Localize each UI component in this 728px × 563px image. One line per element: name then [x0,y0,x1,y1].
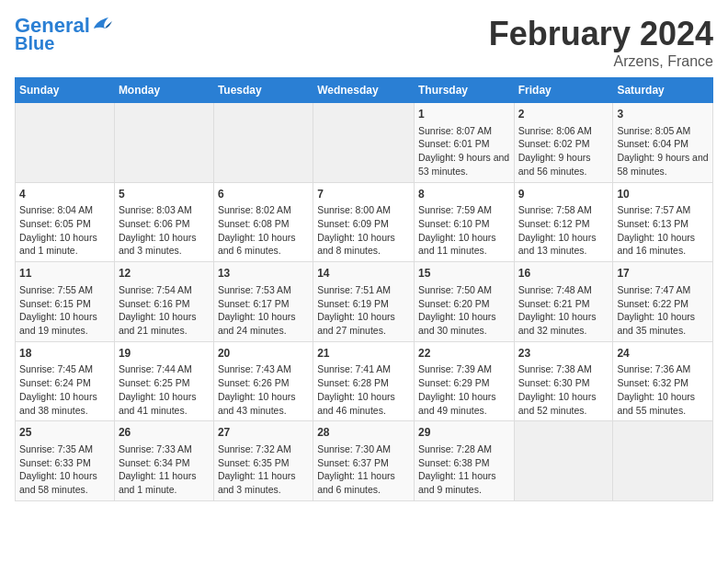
calendar-cell [514,421,613,501]
day-number: 29 [418,425,510,441]
day-number: 18 [19,346,110,362]
header-saturday: Saturday [613,78,713,103]
calendar-cell: 25Sunrise: 7:35 AM Sunset: 6:33 PM Dayli… [16,421,115,501]
day-number: 6 [218,187,309,202]
calendar-table: SundayMondayTuesdayWednesdayThursdayFrid… [15,77,713,501]
day-number: 11 [19,266,110,282]
day-number: 5 [119,187,210,202]
calendar-cell [114,103,213,183]
day-number: 14 [317,266,410,282]
calendar-cell: 9Sunrise: 7:58 AM Sunset: 6:12 PM Daylig… [514,182,613,262]
day-number: 20 [218,346,309,362]
calendar-cell: 16Sunrise: 7:48 AM Sunset: 6:21 PM Dayli… [514,262,613,342]
cell-content: Sunrise: 7:48 AM Sunset: 6:21 PM Dayligh… [518,283,609,338]
calendar-cell: 12Sunrise: 7:54 AM Sunset: 6:16 PM Dayli… [114,262,213,342]
week-row-1: 1Sunrise: 8:07 AM Sunset: 6:01 PM Daylig… [16,103,713,183]
cell-content: Sunrise: 7:36 AM Sunset: 6:32 PM Dayligh… [617,362,709,417]
calendar-cell: 18Sunrise: 7:45 AM Sunset: 6:24 PM Dayli… [16,341,115,421]
cell-content: Sunrise: 7:58 AM Sunset: 6:12 PM Dayligh… [518,203,609,258]
calendar-cell: 6Sunrise: 8:02 AM Sunset: 6:08 PM Daylig… [213,182,313,262]
calendar-cell: 3Sunrise: 8:05 AM Sunset: 6:04 PM Daylig… [613,103,713,183]
header-sunday: Sunday [16,78,115,103]
day-number: 8 [418,187,510,202]
cell-content: Sunrise: 7:53 AM Sunset: 6:17 PM Dayligh… [218,283,309,338]
cell-content: Sunrise: 7:35 AM Sunset: 6:33 PM Dayligh… [19,442,110,497]
calendar-cell: 7Sunrise: 8:00 AM Sunset: 6:09 PM Daylig… [313,182,415,262]
calendar-cell: 5Sunrise: 8:03 AM Sunset: 6:06 PM Daylig… [114,182,213,262]
cell-content: Sunrise: 8:05 AM Sunset: 6:04 PM Dayligh… [617,124,709,178]
calendar-cell: 4Sunrise: 8:04 AM Sunset: 6:05 PM Daylig… [16,182,115,262]
logo: General Blue [15,15,112,53]
calendar-cell: 22Sunrise: 7:39 AM Sunset: 6:29 PM Dayli… [414,341,514,421]
cell-content: Sunrise: 8:00 AM Sunset: 6:09 PM Dayligh… [317,203,410,258]
cell-content: Sunrise: 7:59 AM Sunset: 6:10 PM Dayligh… [418,203,510,258]
calendar-cell: 20Sunrise: 7:43 AM Sunset: 6:26 PM Dayli… [213,341,313,421]
calendar-cell: 14Sunrise: 7:51 AM Sunset: 6:19 PM Dayli… [313,262,415,342]
day-number: 17 [617,266,709,282]
calendar-cell: 15Sunrise: 7:50 AM Sunset: 6:20 PM Dayli… [414,262,514,342]
cell-content: Sunrise: 7:54 AM Sunset: 6:16 PM Dayligh… [119,283,210,338]
cell-content: Sunrise: 7:44 AM Sunset: 6:25 PM Dayligh… [119,362,210,417]
header-thursday: Thursday [414,78,514,103]
location-title: Arzens, France [489,53,713,70]
calendar-cell: 11Sunrise: 7:55 AM Sunset: 6:15 PM Dayli… [16,262,115,342]
week-row-3: 11Sunrise: 7:55 AM Sunset: 6:15 PM Dayli… [16,262,713,342]
calendar-cell: 23Sunrise: 7:38 AM Sunset: 6:30 PM Dayli… [514,341,613,421]
cell-content: Sunrise: 7:51 AM Sunset: 6:19 PM Dayligh… [317,283,410,338]
day-number: 25 [19,425,110,441]
header-monday: Monday [114,78,213,103]
cell-content: Sunrise: 8:06 AM Sunset: 6:02 PM Dayligh… [518,124,609,178]
cell-content: Sunrise: 7:28 AM Sunset: 6:38 PM Dayligh… [418,442,510,497]
day-number: 27 [218,425,309,441]
day-number: 2 [518,107,609,122]
day-number: 10 [617,187,709,202]
logo-blue-text: Blue [15,33,54,53]
week-row-2: 4Sunrise: 8:04 AM Sunset: 6:05 PM Daylig… [16,182,713,262]
day-number: 12 [119,266,210,282]
day-number: 9 [518,187,609,202]
cell-content: Sunrise: 7:55 AM Sunset: 6:15 PM Dayligh… [19,283,110,338]
cell-content: Sunrise: 7:38 AM Sunset: 6:30 PM Dayligh… [518,362,609,417]
calendar-cell: 26Sunrise: 7:33 AM Sunset: 6:34 PM Dayli… [114,421,213,501]
day-number: 19 [119,346,210,362]
calendar-cell: 10Sunrise: 7:57 AM Sunset: 6:13 PM Dayli… [613,182,713,262]
calendar-cell: 29Sunrise: 7:28 AM Sunset: 6:38 PM Dayli… [414,421,514,501]
cell-content: Sunrise: 7:39 AM Sunset: 6:29 PM Dayligh… [418,362,510,417]
cell-content: Sunrise: 8:03 AM Sunset: 6:06 PM Dayligh… [119,203,210,258]
cell-content: Sunrise: 7:45 AM Sunset: 6:24 PM Dayligh… [19,362,110,417]
header-friday: Friday [514,78,613,103]
week-row-5: 25Sunrise: 7:35 AM Sunset: 6:33 PM Dayli… [16,421,713,501]
page-header: General Blue February 2024 Arzens, Franc… [15,15,713,70]
day-number: 22 [418,346,510,362]
week-row-4: 18Sunrise: 7:45 AM Sunset: 6:24 PM Dayli… [16,341,713,421]
cell-content: Sunrise: 7:47 AM Sunset: 6:22 PM Dayligh… [617,283,709,338]
day-number: 28 [317,425,410,441]
header-wednesday: Wednesday [313,78,415,103]
cell-content: Sunrise: 7:43 AM Sunset: 6:26 PM Dayligh… [218,362,309,417]
day-number: 7 [317,187,410,202]
calendar-cell: 28Sunrise: 7:30 AM Sunset: 6:37 PM Dayli… [313,421,415,501]
calendar-cell [213,103,313,183]
calendar-header-row: SundayMondayTuesdayWednesdayThursdayFrid… [16,78,713,103]
day-number: 26 [119,425,210,441]
cell-content: Sunrise: 8:04 AM Sunset: 6:05 PM Dayligh… [19,203,110,258]
calendar-cell: 17Sunrise: 7:47 AM Sunset: 6:22 PM Dayli… [613,262,713,342]
cell-content: Sunrise: 7:41 AM Sunset: 6:28 PM Dayligh… [317,362,410,417]
calendar-cell: 8Sunrise: 7:59 AM Sunset: 6:10 PM Daylig… [414,182,514,262]
calendar-cell: 21Sunrise: 7:41 AM Sunset: 6:28 PM Dayli… [313,341,415,421]
cell-content: Sunrise: 7:33 AM Sunset: 6:34 PM Dayligh… [119,442,210,497]
cell-content: Sunrise: 7:50 AM Sunset: 6:20 PM Dayligh… [418,283,510,338]
calendar-cell: 27Sunrise: 7:32 AM Sunset: 6:35 PM Dayli… [213,421,313,501]
day-number: 4 [19,187,110,202]
day-number: 1 [418,107,510,122]
title-block: February 2024 Arzens, France [489,15,713,70]
calendar-cell: 24Sunrise: 7:36 AM Sunset: 6:32 PM Dayli… [613,341,713,421]
logo-bird-icon [92,16,112,32]
cell-content: Sunrise: 7:57 AM Sunset: 6:13 PM Dayligh… [617,203,709,258]
calendar-cell: 19Sunrise: 7:44 AM Sunset: 6:25 PM Dayli… [114,341,213,421]
calendar-cell [613,421,713,501]
calendar-cell [16,103,115,183]
calendar-cell: 1Sunrise: 8:07 AM Sunset: 6:01 PM Daylig… [414,103,514,183]
day-number: 16 [518,266,609,282]
calendar-cell: 2Sunrise: 8:06 AM Sunset: 6:02 PM Daylig… [514,103,613,183]
